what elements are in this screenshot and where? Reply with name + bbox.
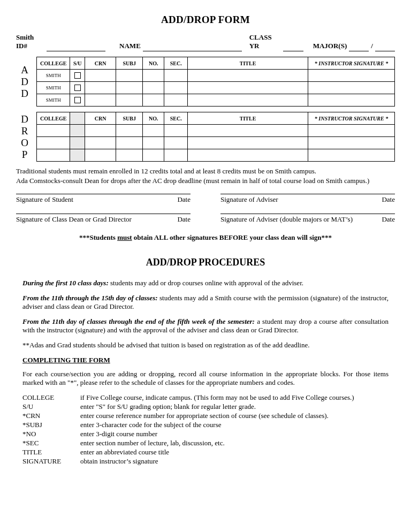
completing-intro: For each course/section you are adding o… xyxy=(22,370,389,387)
def-row: TITLEenter an abbreviated course title xyxy=(22,448,354,457)
def-row: *CRNenter course reference number for ap… xyxy=(22,412,354,421)
classyr-label: CLASS YR xyxy=(249,33,281,50)
procedure-paragraph: From the 11th through the 15th day of cl… xyxy=(22,294,389,311)
add-no-cell[interactable] xyxy=(143,70,164,82)
procedure-paragraph: From the 11th day of classes through the… xyxy=(22,317,389,335)
add-title-cell[interactable] xyxy=(188,70,308,82)
def-row: S/Uenter "S" for S/U grading option; bla… xyxy=(22,402,354,412)
def-row: *SUBJenter 3-character code for the subj… xyxy=(22,421,354,430)
add-su-cell[interactable] xyxy=(70,82,85,94)
add-college-cell: SMITH xyxy=(37,70,70,82)
major1-input[interactable] xyxy=(349,43,369,51)
signature-student[interactable]: Signature of Student Date xyxy=(16,194,191,204)
smith-id-input[interactable] xyxy=(47,43,105,51)
signature-adviser2[interactable]: Signature of Adviser (double majors or M… xyxy=(220,214,395,224)
drop-row xyxy=(37,149,395,162)
add-row: SMITH xyxy=(37,70,395,82)
procedure-paragraph: During the first 10 class days: students… xyxy=(22,279,389,287)
drop-section: D R O P COLLEGE CRN SUBJ NO. SEC. TITLE … xyxy=(16,112,395,162)
header-fields-row: Smith ID# NAME CLASS YR MAJOR(S) / xyxy=(16,33,395,50)
add-su-cell[interactable] xyxy=(70,94,85,107)
add-header-row: COLLEGE S/U CRN SUBJ NO. SEC. TITLE * IN… xyxy=(37,57,395,70)
add-row: SMITH xyxy=(37,94,395,107)
signature-dean[interactable]: Signature of Class Dean or Grad Director… xyxy=(16,214,191,224)
col-signature: * INSTRUCTOR SIGNATURE * xyxy=(308,112,395,125)
col-signature: * INSTRUCTOR SIGNATURE * xyxy=(308,57,395,70)
add-sec-cell[interactable] xyxy=(164,70,188,82)
add-vertical-label: A D D xyxy=(16,57,36,107)
note-line: Ada Comstocks-consult Dean for drops aft… xyxy=(16,177,395,185)
col-sec: SEC. xyxy=(164,57,188,70)
smith-id-label: Smith ID# xyxy=(16,33,44,50)
add-subj-cell[interactable] xyxy=(116,70,143,82)
drop-vertical-label: D R O P xyxy=(16,112,36,162)
add-college-cell: SMITH xyxy=(37,94,70,107)
add-college-cell: SMITH xyxy=(37,82,70,94)
add-crn-cell[interactable] xyxy=(85,70,116,82)
checkbox-icon[interactable] xyxy=(74,97,81,103)
def-row: *NOenter 3-digit course number xyxy=(22,430,354,439)
col-su-blank xyxy=(70,112,85,125)
classyr-input[interactable] xyxy=(283,43,304,51)
procedure-note: **Adas and Grad students should be advis… xyxy=(22,341,389,349)
checkbox-icon[interactable] xyxy=(74,85,81,91)
add-section: A D D COLLEGE S/U CRN SUBJ NO. SEC. TITL… xyxy=(16,57,395,107)
col-college: COLLEGE xyxy=(37,112,70,125)
def-row: COLLEGE if Five College course, indicate… xyxy=(22,393,354,402)
col-title: TITLE xyxy=(188,57,308,70)
definitions-table: COLLEGE if Five College course, indicate… xyxy=(22,393,354,466)
note-line: Traditional students must remain enrolle… xyxy=(16,167,395,176)
add-su-cell[interactable] xyxy=(70,70,85,82)
col-crn: CRN xyxy=(85,112,116,125)
checkbox-icon[interactable] xyxy=(74,72,81,79)
credit-notes: Traditional students must remain enrolle… xyxy=(16,167,395,185)
def-key: COLLEGE xyxy=(22,393,80,402)
procedures-section: ADD/DROP PROCEDURES During the first 10 … xyxy=(16,257,395,466)
add-table: COLLEGE S/U CRN SUBJ NO. SEC. TITLE * IN… xyxy=(36,57,395,107)
add-row: SMITH xyxy=(37,82,395,94)
def-row: *SECenter section number of lecture, lab… xyxy=(22,439,354,448)
drop-table: COLLEGE CRN SUBJ NO. SEC. TITLE * INSTRU… xyxy=(36,112,395,162)
drop-header-row: COLLEGE CRN SUBJ NO. SEC. TITLE * INSTRU… xyxy=(37,112,395,125)
signature-row: Signature of Student Date Signature of A… xyxy=(16,194,395,204)
add-sig-cell[interactable] xyxy=(308,70,395,82)
signature-row: Signature of Class Dean or Grad Director… xyxy=(16,214,395,224)
col-title: TITLE xyxy=(188,112,308,125)
col-no: NO. xyxy=(143,112,164,125)
name-input[interactable] xyxy=(143,43,242,51)
col-sec: SEC. xyxy=(164,112,188,125)
drop-row xyxy=(37,125,395,137)
col-no: NO. xyxy=(143,57,164,70)
page: ADD/DROP FORM Smith ID# NAME CLASS YR MA… xyxy=(0,0,411,482)
name-label: NAME xyxy=(119,42,141,50)
def-row: SIGNATUREobtain instructor’s signature xyxy=(22,457,354,466)
col-su: S/U xyxy=(70,57,85,70)
col-subj: SUBJ xyxy=(116,112,143,125)
col-college: COLLEGE xyxy=(37,57,70,70)
signature-adviser[interactable]: Signature of Adviser Date xyxy=(220,194,395,204)
signature-block: Signature of Student Date Signature of A… xyxy=(16,194,395,224)
major2-input[interactable] xyxy=(375,43,395,51)
col-subj: SUBJ xyxy=(116,57,143,70)
col-crn: CRN xyxy=(85,57,116,70)
procedures-title: ADD/DROP PROCEDURES xyxy=(22,257,389,268)
majors-label: MAJOR(S) xyxy=(313,42,347,50)
must-obtain-line: ***Students must obtain ALL other signat… xyxy=(16,233,395,242)
drop-row xyxy=(37,137,395,149)
def-val: if Five College course, indicate campus.… xyxy=(80,393,354,402)
form-title: ADD/DROP FORM xyxy=(16,14,395,26)
completing-header: COMPLETING THE FORM xyxy=(22,356,389,364)
